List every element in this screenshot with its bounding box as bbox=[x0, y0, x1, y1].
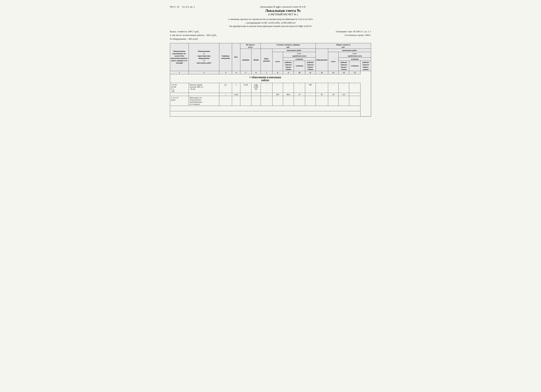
cost-total-value: 1087,7 руб., bbox=[188, 30, 200, 33]
row2-mount-mech bbox=[305, 96, 316, 106]
row1-name: Фильтр тонкойочистки ФМ-25––30-40 bbox=[189, 83, 219, 93]
row1b-mount-mech: – bbox=[305, 93, 316, 96]
row1b-unit: т bbox=[219, 93, 232, 96]
table-row-empty1 bbox=[170, 106, 371, 111]
doc-ref: Ал. 8.2, кн. 2 bbox=[182, 5, 195, 8]
cost-total-label: Кальк. стоимость bbox=[170, 30, 187, 33]
calc-ref: к локальной смете № I-I6 bbox=[280, 5, 306, 8]
cost-total-line: Кальк. стоимость 1087,7 руб., bbox=[170, 30, 217, 34]
cost-block: Кальк. стоимость 1087,7 руб., в том числ… bbox=[170, 30, 371, 41]
row2-total-equip bbox=[316, 96, 328, 106]
col-header-unit-cost: Сметная стоимость единицыруб. bbox=[261, 43, 316, 49]
row2-mount-all bbox=[272, 96, 283, 106]
cost-detail-a: в том числе: а) монтажные работы – 682,3… bbox=[170, 33, 217, 37]
row2-total-basic bbox=[338, 96, 349, 106]
row1b-total-basic: 6,6 bbox=[338, 93, 349, 96]
header-center: Калькуляция № 248 к локальной смете № I-… bbox=[195, 5, 371, 16]
col-num-15: 15 bbox=[349, 71, 360, 74]
row1-total-mech: – bbox=[349, 83, 360, 93]
col-header-1: Наимено­вание укруп­нённых по­казателей … bbox=[170, 43, 189, 71]
cost-detail-a-label: в том числе: а) монтажные работы – bbox=[170, 34, 206, 36]
col-basic-wage2: основная bbox=[294, 61, 305, 71]
col-num-5: 5 bbox=[240, 71, 251, 74]
section-title: I. Оборудование и монтажные работы bbox=[249, 76, 281, 81]
col-header-3: Единицы измерения bbox=[219, 43, 232, 71]
title-sub: (СМЕТНЫЙ РАСЧЕТ № ) bbox=[198, 13, 368, 16]
col-total-equip: обо­рудование bbox=[316, 49, 328, 71]
row1b-empty2 bbox=[189, 93, 219, 96]
row1-mount-basic: – bbox=[283, 83, 294, 93]
col-total-basic2: основная bbox=[349, 61, 360, 71]
desc-line3: На приобретение и монтаж блока фильтров … bbox=[170, 24, 371, 28]
col-weight-unit: единицы bbox=[240, 49, 251, 71]
table-row-2: 2 I2-у-I3прим. Прокладка тех­нологически… bbox=[170, 96, 371, 106]
col-num-3: 3 bbox=[219, 71, 232, 74]
desc-line1: к типовому проекту на строительство уста… bbox=[170, 17, 371, 21]
row1-mount-mech: 380 bbox=[305, 83, 316, 93]
composed-value: 1969 г. bbox=[365, 34, 371, 36]
col-total-wage-header: в т.ч.заработная плата bbox=[338, 52, 371, 57]
row2-total-mount bbox=[328, 96, 338, 106]
col-num-12: 12 bbox=[316, 71, 328, 74]
title-main: Локальная смета № bbox=[198, 8, 368, 13]
doc-number: 903-2- 18 bbox=[170, 5, 179, 8]
row1b-total-equip: 8I bbox=[316, 93, 328, 96]
table-row-1: I 19–05I4–0I46–у––3I8 Фильтр тонкойочист… bbox=[170, 83, 371, 93]
cost-left: Кальк. стоимость 1087,7 руб., в том числ… bbox=[170, 30, 217, 41]
col-total-wage-sub: основная bbox=[338, 57, 371, 61]
col-num-14: 14 bbox=[338, 71, 349, 74]
row1-total-basic: – bbox=[338, 83, 349, 93]
cost-detail-b: б) оборудование – 405,4 руб. bbox=[170, 37, 217, 41]
row2-total-mech bbox=[349, 96, 360, 106]
col-mount-cost: монтажных работ bbox=[272, 49, 316, 52]
description-block: к типовому проекту на строительство уста… bbox=[170, 17, 371, 28]
col-equip-cost: обору­дования bbox=[261, 49, 272, 71]
row1-equip: – bbox=[261, 83, 272, 93]
col-header-weight: Вес бруттонетто bbox=[240, 43, 261, 49]
row1-total-mount: – bbox=[328, 83, 338, 93]
col-num-7: 7 bbox=[261, 71, 272, 74]
page-header: 903-2- 18 Ал. 8.2, кн. 2 Калькуляция № 2… bbox=[170, 5, 371, 16]
col-total-mount: монтажных работ bbox=[328, 49, 371, 52]
row1-unit: шт. bbox=[219, 83, 232, 93]
row1b-mount-basic: 88,6 bbox=[283, 93, 294, 96]
row2-name: Прокладка тех­нологическихтрубопроводови… bbox=[189, 96, 219, 106]
col-total-basic: рабочихзанятыхуправл.машин bbox=[338, 61, 349, 71]
row2-mount-basic bbox=[283, 96, 294, 106]
section-title-row: I. Оборудование и монтажные работы bbox=[170, 74, 371, 83]
row1-code: I 19–05I4–0I46–у––3I8 bbox=[170, 83, 189, 93]
col-num-2: 2 bbox=[189, 71, 219, 74]
col-num-13: 13 bbox=[328, 71, 338, 74]
row2-mount-basic2 bbox=[294, 96, 305, 106]
cost-detail-b-label: б) оборудование bbox=[170, 37, 186, 40]
basis-label: Основание: черт. № bbox=[336, 30, 355, 33]
row1-weight-total: 0,450,440I90 bbox=[251, 83, 261, 93]
main-table: Наимено­вание укруп­нённых по­казателей … bbox=[170, 43, 371, 117]
calc-number-label: Калькуляция № bbox=[260, 5, 275, 8]
col-wage-sub: основная bbox=[283, 57, 316, 61]
calc-number: 248 bbox=[276, 5, 280, 8]
row1-weight-unit: 0,220 bbox=[240, 83, 251, 93]
col-num-4: 4 bbox=[232, 71, 240, 74]
header-left: 903-2- 18 Ал. 8.2, кн. 2 bbox=[170, 5, 195, 8]
row1b-empty1 bbox=[170, 93, 189, 96]
col-header-2: Наименованиеихарактеристикаоборудованияи… bbox=[189, 43, 219, 71]
row2-w1 bbox=[240, 96, 251, 106]
cost-detail-a-value: 682,3 руб., bbox=[207, 34, 217, 36]
row1b-total-mech bbox=[349, 93, 360, 96]
row1b-kop: 0,44 bbox=[232, 93, 240, 96]
row2-w2 bbox=[251, 96, 261, 106]
title-line1: Калькуляция № 248 к локальной смете № I-… bbox=[198, 5, 368, 8]
row1-kop: 2 bbox=[232, 83, 240, 93]
col-header-total-cost: Общая стоимостьруб. bbox=[316, 43, 371, 49]
col-total-mech: рабочихзанятыхуправл.машин bbox=[360, 61, 371, 71]
row1b-equip: – bbox=[261, 93, 272, 96]
row1b-mount-basic2: I5 bbox=[294, 93, 305, 96]
row1b-mount-all: I84 bbox=[272, 93, 283, 96]
col-header-4: Коп. bbox=[232, 43, 240, 71]
col-num-11: 11 bbox=[305, 71, 316, 74]
row1b-w2: – bbox=[251, 93, 261, 96]
row2-code: 2 I2-у-I3прим. bbox=[170, 96, 189, 106]
row1b-w1: – bbox=[240, 93, 251, 96]
table-row-1b: т 0,44 – – – I84 88,6 I5 – 8I 39 6,6 bbox=[170, 93, 371, 96]
